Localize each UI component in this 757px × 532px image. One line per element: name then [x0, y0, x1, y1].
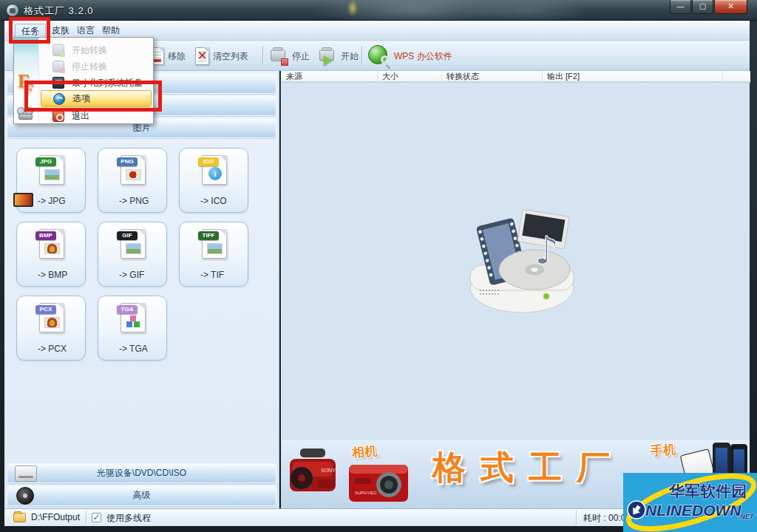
- tif-badge: TIFF: [198, 231, 219, 240]
- svg-text:SONY: SONY: [321, 468, 336, 473]
- format-button-pcx[interactable]: PCX -> PCX: [16, 296, 86, 361]
- start-label: 开始: [341, 50, 359, 63]
- clear-list-button[interactable]: ✕ 清空列表: [195, 45, 248, 67]
- output-path[interactable]: D:\FFOutput: [31, 512, 80, 522]
- close-button[interactable]: ✕: [714, 0, 747, 14]
- list-header: 来源 大小 转换状态 输出 [F2]: [282, 71, 750, 83]
- wps-button[interactable]: WPS 办公软件: [368, 45, 452, 67]
- menu-help[interactable]: 帮助: [96, 24, 126, 38]
- status-separator: [576, 511, 577, 525]
- format-button-tif[interactable]: TIFF -> TIF: [179, 222, 248, 287]
- stop-icon: [269, 47, 288, 66]
- camera-label: 相机: [351, 443, 378, 461]
- sidebar: 视频 音频 图片 JPG -> JPG PNG -> PNG ICOi -> I…: [4, 71, 279, 508]
- bmp-badge: BMP: [35, 231, 56, 240]
- camera-image: SUPHYEO: [346, 460, 411, 505]
- bmp-file-icon: BMP: [39, 229, 64, 259]
- minimize-button[interactable]: —: [670, 0, 691, 14]
- jpg-badge: JPG: [35, 157, 56, 166]
- tga-file-icon: TGA: [120, 303, 146, 332]
- maximize-button[interactable]: ▢: [692, 0, 713, 14]
- remove-label: 移除: [168, 50, 186, 63]
- gif-badge: GIF: [117, 231, 138, 240]
- png-badge: PNG: [117, 157, 138, 166]
- conversion-list-panel: 来源 大小 转换状态 输出 [F2]: [281, 71, 750, 440]
- svg-text:♪: ♪: [534, 228, 559, 273]
- clear-list-icon: ✕: [195, 47, 209, 65]
- gif-file-icon: GIF: [120, 229, 146, 259]
- phone-label: 手机: [650, 441, 676, 460]
- watermark-brand-text: NLINEDOWN: [645, 502, 741, 519]
- bmp-label: -> BMP: [17, 270, 85, 280]
- watermark-brand-suffix: .NET: [739, 513, 755, 520]
- pcx-label: -> PCX: [17, 344, 85, 354]
- cd-drive-icon: [15, 466, 37, 482]
- start-convert-label: 开始转换: [72, 42, 107, 58]
- stop-convert-label: 停止转换: [72, 58, 107, 75]
- ico-label: -> ICO: [180, 196, 248, 206]
- svg-text:SUPHYEO: SUPHYEO: [355, 491, 377, 495]
- sidebar-section-advanced[interactable]: 高级: [7, 485, 276, 506]
- format-button-bmp[interactable]: BMP -> BMP: [16, 222, 86, 287]
- pcx-badge: PCX: [35, 305, 56, 314]
- film-reel-icon: [16, 487, 34, 505]
- stop-convert-icon: [52, 61, 64, 72]
- app-icon: [6, 4, 19, 17]
- wps-label: WPS 办公软件: [394, 50, 452, 63]
- column-size[interactable]: 大小: [378, 71, 442, 83]
- tif-file-icon: TIFF: [202, 229, 227, 259]
- multithread-checkbox[interactable]: ✓: [92, 513, 101, 522]
- exit-icon: [52, 110, 64, 122]
- format-factory-logo: ♪: [452, 208, 592, 318]
- wps-globe-icon: [368, 45, 390, 67]
- stop-label: 停止: [292, 50, 310, 63]
- watermark-chinese-text: 华军软件园: [668, 482, 747, 499]
- column-status[interactable]: 转换状态: [442, 71, 543, 83]
- stop-button[interactable]: 停止: [269, 45, 310, 67]
- format-button-png[interactable]: PNG -> PNG: [98, 148, 167, 213]
- ico-file-icon: ICOi: [202, 155, 227, 185]
- advanced-label: 高级: [133, 490, 151, 500]
- cdrom-label: 光驱设备\DVD\CD\ISO: [97, 468, 186, 478]
- column-source[interactable]: 来源: [282, 71, 378, 83]
- status-separator: [86, 511, 86, 525]
- start-icon: [318, 47, 337, 66]
- camcorder-image: SONY: [285, 443, 346, 506]
- menu-item-start-convert[interactable]: 开始转换: [39, 42, 153, 58]
- start-convert-icon: [52, 44, 64, 56]
- png-label: -> PNG: [98, 196, 166, 206]
- wallpaper-blob: [347, 0, 358, 16]
- sidebar-section-cdrom[interactable]: 光驱设备\DVD\CD\ISO: [7, 463, 276, 483]
- format-button-tga[interactable]: TGA -> TGA: [98, 296, 167, 361]
- wallpaper-blob: [458, 0, 591, 21]
- tif-label: -> TIF: [180, 270, 248, 280]
- output-folder-icon: [13, 513, 26, 522]
- format-button-ico[interactable]: ICOi -> ICO: [179, 148, 248, 213]
- window-title: 格式工厂 3.2.0: [24, 4, 94, 18]
- tga-label: -> TGA: [98, 344, 166, 354]
- column-output[interactable]: 输出 [F2]: [543, 71, 723, 83]
- section-picture-label: 图片: [133, 123, 151, 133]
- site-watermark: 华军软件园 NLINEDOWN .NET: [623, 473, 757, 532]
- annotation-box-task-menu: [9, 17, 50, 44]
- picture-section-icon: [13, 193, 33, 207]
- png-file-icon: PNG: [120, 155, 146, 185]
- column-empty: [723, 71, 750, 83]
- menu-item-stop-convert[interactable]: 停止转换: [39, 58, 153, 75]
- remove-button[interactable]: 移除: [150, 45, 186, 67]
- jpg-file-icon: JPG: [39, 155, 64, 185]
- toolbar-separator: [361, 47, 362, 66]
- pcx-file-icon: PCX: [39, 303, 64, 332]
- multithread-label: 使用多线程: [106, 512, 151, 525]
- title-bar: 格式工厂 3.2.0 — ▢ ✕: [0, 0, 757, 21]
- banner-title: 格式工厂: [432, 446, 625, 490]
- ico-badge: ICO: [198, 157, 219, 166]
- tga-badge: TGA: [117, 305, 138, 314]
- format-button-gif[interactable]: GIF -> GIF: [98, 222, 167, 287]
- gif-label: -> GIF: [98, 270, 166, 280]
- start-button[interactable]: 开始: [318, 45, 359, 67]
- toolbar-separator: [262, 47, 263, 66]
- annotation-box-options: [24, 81, 162, 112]
- app-window: 格式工厂 3.2.0 — ▢ ✕ 任务 皮肤 语言 帮助 移除 ✕ 清空列表 停…: [0, 0, 757, 532]
- clear-list-label: 清空列表: [213, 50, 248, 63]
